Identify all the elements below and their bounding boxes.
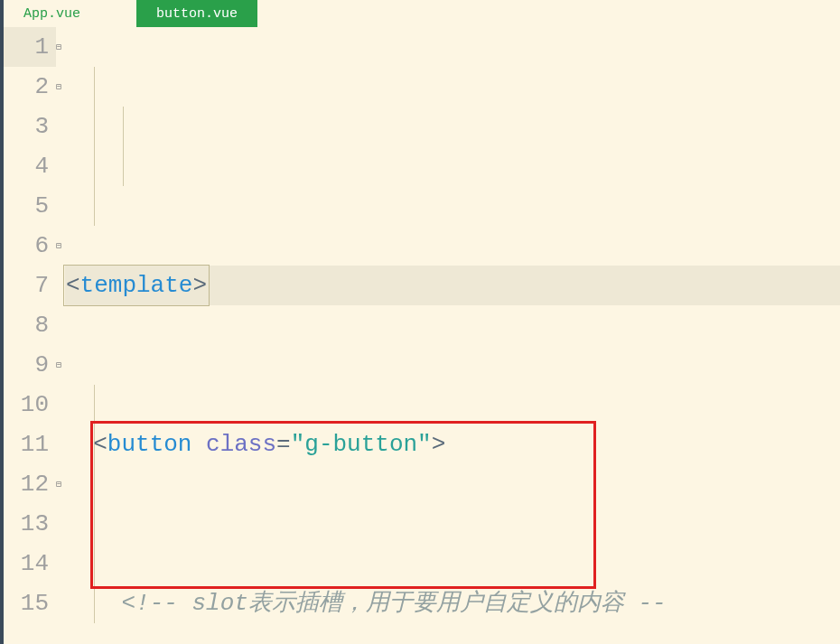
- line-number: 13: [4, 504, 49, 544]
- line-number: 6: [4, 226, 49, 266]
- line-number: 11: [4, 425, 49, 464]
- tab-app-vue[interactable]: App.vue: [4, 0, 100, 27]
- line-number: 15: [4, 583, 49, 623]
- fold-column: ⊟ ⊟ ⊟ ⊟ ⊟: [56, 27, 65, 644]
- line-number: 12: [4, 464, 49, 504]
- tab-button-vue[interactable]: button.vue: [136, 0, 257, 27]
- line-number: 1: [4, 27, 49, 67]
- code-line: <template>: [65, 266, 840, 305]
- line-number: 3: [4, 107, 49, 146]
- line-number-gutter: 1 2 3 4 5 6 7 8 9 10 11 12 13 14 15: [4, 27, 56, 644]
- fold-icon[interactable]: ⊟: [56, 240, 61, 251]
- line-number: 14: [4, 544, 49, 583]
- fold-icon[interactable]: ⊟: [56, 479, 61, 490]
- fold-icon[interactable]: ⊟: [56, 359, 61, 370]
- code-line: <button class="g-button">: [65, 425, 840, 464]
- fold-icon[interactable]: ⊟: [56, 81, 61, 92]
- line-number: 4: [4, 146, 49, 186]
- fold-icon[interactable]: ⊟: [56, 42, 61, 52]
- code-line: <!-- slot表示插槽，用于要用户自定义的内容 --: [65, 583, 840, 623]
- code-area[interactable]: <template> <button class="g-button"> <!-…: [65, 27, 840, 644]
- line-number: 9: [4, 345, 49, 385]
- line-number: 5: [4, 186, 49, 226]
- line-number: 2: [4, 67, 49, 107]
- line-number: 10: [4, 385, 49, 425]
- line-number: 7: [4, 266, 49, 305]
- tab-bar: App.vue button.vue: [4, 0, 840, 27]
- code-editor[interactable]: 1 2 3 4 5 6 7 8 9 10 11 12 13 14 15 ⊟ ⊟ …: [4, 27, 840, 644]
- line-number: 8: [4, 305, 49, 345]
